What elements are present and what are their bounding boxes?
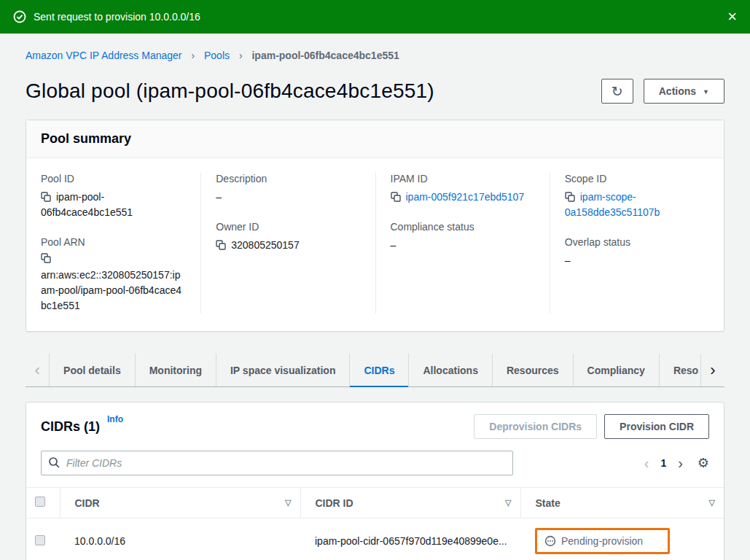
ipam-id-field: IPAM ID ipam-005f921c17ebd5107 [391,173,535,205]
column-header-cidr[interactable]: CIDR ▽ [60,488,300,518]
info-link[interactable]: Info [107,414,123,424]
current-page-number[interactable]: 1 [660,457,666,469]
tab-compliancy[interactable]: Compliancy [574,354,660,386]
pool-id-field: Pool ID ipam-pool-06fb4cace4bc1e551 [41,173,186,220]
pagination: ‹ 1 › ⚙ [644,455,709,471]
pool-tabs: ‹ Pool details Monitoring IP space visua… [26,354,724,387]
owner-id-value: 320805250157 [231,239,299,251]
filter-cidrs-input[interactable] [41,451,513,475]
ipam-id-label: IPAM ID [391,173,535,184]
pool-arn-field: Pool ARN arn:aws:ec2::320805250157:ipam-… [41,236,186,314]
owner-id-field: Owner ID 320805250157 [216,221,360,253]
actions-button[interactable]: Actions ▼ [644,79,724,104]
overlap-status-value: – [565,253,709,268]
pool-arn-label: Pool ARN [41,236,186,248]
previous-page-icon[interactable]: ‹ [644,456,649,470]
filter-dropdown-icon[interactable]: ▽ [505,498,511,508]
provision-cidr-button[interactable]: Provision CIDR [604,414,709,439]
breadcrumb: Amazon VPC IP Address Manager › Pools › … [26,50,724,61]
breadcrumb-separator: › [184,50,201,61]
tab-resources[interactable]: Resources [493,354,574,386]
column-header-state[interactable]: State ▽ [520,488,724,518]
pool-arn-value: arn:aws:ec2::320805250157:ipam-pool/ipam… [41,269,181,311]
column-header-cidr-id[interactable]: CIDR ID ▽ [300,488,520,518]
breadcrumb-current: ipam-pool-06fb4cace4bc1e551 [251,50,399,61]
breadcrumb-ipam-link[interactable]: Amazon VPC IP Address Manager [26,50,182,61]
table-header-row: CIDR ▽ CIDR ID ▽ State ▽ [26,488,724,518]
cidrs-card: CIDRs (1) Info Deprovision CIDRs Provisi… [26,402,724,560]
compliance-status-value: – [391,238,535,253]
filter-dropdown-icon[interactable]: ▽ [709,498,715,508]
scope-id-link[interactable]: ipam-scope-0a158dde35c51107b [565,191,660,218]
flash-close-icon[interactable]: × [727,9,737,25]
refresh-button[interactable]: ↻ [601,79,633,104]
description-label: Description [216,173,360,184]
tab-pool-details[interactable]: Pool details [50,354,136,386]
page-title: Global pool (ipam-pool-06fb4cace4bc1e551… [26,79,601,103]
flash-message: Sent request to provision 10.0.0.0/16 [34,11,727,23]
tab-monitoring[interactable]: Monitoring [136,354,216,386]
description-value: – [216,190,360,205]
tabs-scroll-right-icon[interactable]: › [700,354,724,386]
compliance-status-field: Compliance status – [391,221,535,253]
pool-summary-title: Pool summary [26,120,724,158]
refresh-icon: ↻ [612,83,623,100]
chevron-down-icon: ▼ [703,88,709,96]
copy-icon[interactable] [41,253,51,265]
search-icon [48,456,60,472]
breadcrumb-separator: › [233,50,249,61]
ipam-id-link[interactable]: ipam-005f921c17ebd5107 [406,191,525,203]
pool-summary-grid: Pool ID ipam-pool-06fb4cace4bc1e551 Pool… [26,158,724,331]
cidrs-filter-row: ‹ 1 › ⚙ [26,449,724,487]
pending-status-icon [544,535,556,547]
filter-dropdown-icon[interactable]: ▽ [285,498,291,508]
tab-allocations[interactable]: Allocations [409,354,492,386]
overlap-status-field: Overlap status – [565,236,709,268]
summary-column-2: Description – Owner ID 320805250157 [200,173,375,314]
page-header: Global pool (ipam-pool-06fb4cace4bc1e551… [26,79,724,104]
tab-resource-planning[interactable]: Reso [660,354,700,386]
actions-button-label: Actions [659,85,696,97]
pool-id-label: Pool ID [41,173,186,184]
state-highlight-box: Pending-provision [535,528,670,554]
row-checkbox[interactable] [35,535,45,545]
cidrs-header: CIDRs (1) Info Deprovision CIDRs Provisi… [26,402,724,449]
summary-column-3: IPAM ID ipam-005f921c17ebd5107 Complianc… [375,173,550,314]
summary-column-4: Scope ID ipam-scope-0a158dde35c51107b Ov… [550,173,724,314]
tab-cidrs[interactable]: CIDRs [350,354,409,386]
pool-summary-card: Pool summary Pool ID ipam-pool-06fb4cace… [26,120,724,332]
success-check-icon [13,10,26,23]
owner-id-label: Owner ID [216,221,360,233]
summary-column-1: Pool ID ipam-pool-06fb4cace4bc1e551 Pool… [26,173,200,314]
cidr-id-cell: ipam-pool-cidr-0657f970d119e40899e0e... [300,518,520,560]
copy-icon[interactable] [41,192,51,204]
scope-id-label: Scope ID [565,173,709,184]
copy-icon[interactable] [391,192,401,204]
compliance-status-label: Compliance status [391,221,535,233]
success-flashbar: Sent request to provision 10.0.0.0/16 × [0,0,750,34]
gear-icon[interactable]: ⚙ [698,455,709,471]
next-page-icon[interactable]: › [678,456,683,470]
cidrs-table: CIDR ▽ CIDR ID ▽ State ▽ [26,487,724,560]
overlap-status-label: Overlap status [565,236,709,248]
cidrs-title: CIDRs (1) [41,419,100,435]
deprovision-cidrs-button[interactable]: Deprovision CIDRs [474,414,597,439]
pool-id-value: ipam-pool-06fb4cace4bc1e551 [41,191,133,218]
state-badge: Pending-provision [561,535,643,547]
tab-ip-space-visualization[interactable]: IP space visualization [216,354,350,386]
select-all-checkbox[interactable] [35,497,45,507]
copy-icon[interactable] [216,240,226,252]
tabs-scroll-left-icon[interactable]: ‹ [26,354,50,386]
cidr-cell: 10.0.0.0/16 [60,518,300,560]
table-row: 10.0.0.0/16 ipam-pool-cidr-0657f970d119e… [26,518,724,560]
description-field: Description – [216,173,360,205]
state-cell: Pending-provision [520,518,724,560]
copy-icon[interactable] [565,192,575,204]
breadcrumb-pools-link[interactable]: Pools [204,50,230,61]
scope-id-field: Scope ID ipam-scope-0a158dde35c51107b [565,173,709,220]
